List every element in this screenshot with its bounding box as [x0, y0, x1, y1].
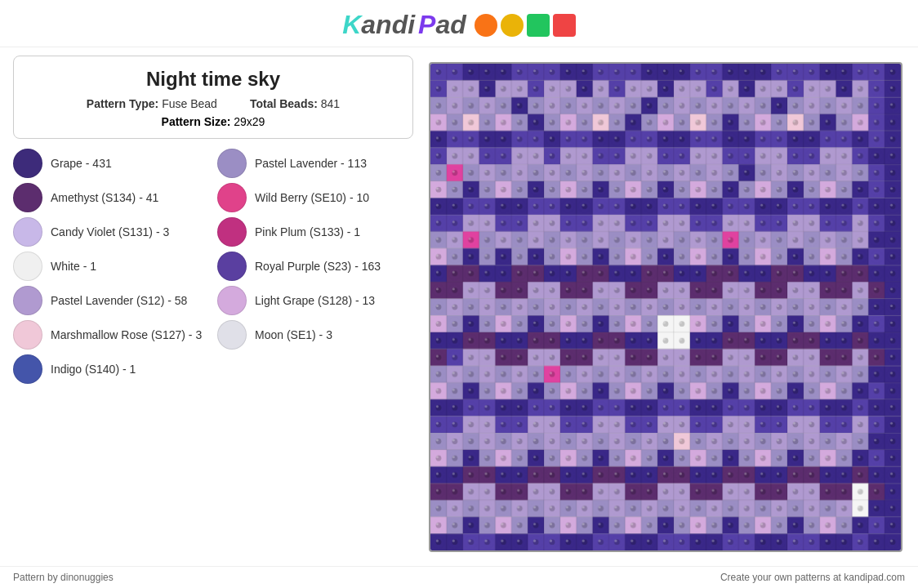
pattern-type: Pattern Type: Fuse Bead — [87, 97, 217, 110]
color-swatch — [13, 286, 42, 315]
color-name: Pastel Lavender (S12) - 58 — [51, 294, 187, 307]
logo-k: K — [342, 10, 361, 40]
total-beads: Total Beads: 841 — [250, 97, 340, 110]
left-panel: Night time sky Pattern Type: Fuse Bead T… — [13, 56, 413, 558]
color-item: White - 1 — [13, 252, 209, 281]
color-item: Light Grape (S128) - 13 — [217, 286, 413, 315]
color-name: Grape - 431 — [51, 157, 112, 170]
color-name: Light Grape (S128) - 13 — [255, 294, 375, 307]
logo-icon-yellow — [501, 14, 524, 37]
color-swatch — [217, 286, 247, 315]
pattern-title: Night time sky — [30, 68, 396, 91]
info-row: Pattern Type: Fuse Bead Total Beads: 841 — [30, 97, 396, 110]
color-item: Amethyst (S134) - 41 — [13, 183, 209, 212]
bead-pattern-container — [429, 62, 902, 552]
color-item: Wild Berry (SE10) - 10 — [217, 183, 413, 212]
color-swatch — [13, 149, 42, 178]
color-item: Pastel Lavender (S12) - 58 — [13, 286, 209, 315]
main-layout: Night time sky Pattern Type: Fuse Bead T… — [0, 47, 918, 566]
logo-andi: andi — [361, 10, 415, 40]
color-item: Pink Plum (S133) - 1 — [217, 217, 413, 247]
pattern-size-label: Pattern Size: — [162, 115, 231, 128]
color-swatch — [217, 320, 247, 350]
color-name: Pink Plum (S133) - 1 — [255, 225, 360, 238]
total-beads-label: Total Beads: — [250, 97, 318, 110]
color-item: Candy Violet (S131) - 3 — [13, 217, 209, 247]
logo-p: P — [418, 10, 435, 40]
color-item: Pastel Lavender - 113 — [217, 149, 413, 178]
logo-icon-red — [553, 14, 576, 37]
color-swatch — [13, 183, 42, 212]
color-name: Amethyst (S134) - 41 — [51, 191, 158, 204]
color-name: White - 1 — [51, 260, 96, 273]
right-panel — [426, 56, 905, 558]
color-list: Grape - 431Pastel Lavender - 113Amethyst… — [13, 145, 413, 387]
color-item: Moon (SE1) - 3 — [217, 320, 413, 350]
color-swatch — [217, 217, 247, 247]
color-swatch — [217, 183, 247, 212]
color-name: Wild Berry (SE10) - 10 — [255, 191, 369, 204]
total-beads-value: 841 — [321, 97, 340, 110]
color-name: Indigo (S140) - 1 — [51, 363, 136, 376]
color-swatch — [13, 252, 42, 281]
footer-cta: Create your own patterns at kandipad.com — [720, 572, 905, 583]
color-item: Marshmallow Rose (S127) - 3 — [13, 320, 209, 350]
color-name: Pastel Lavender - 113 — [255, 157, 367, 170]
color-item: Grape - 431 — [13, 149, 209, 178]
color-item: Royal Purple (S23) - 163 — [217, 252, 413, 281]
logo: K andi P ad — [342, 10, 576, 40]
bead-canvas — [430, 64, 901, 550]
color-name: Royal Purple (S23) - 163 — [255, 260, 381, 273]
footer-author: Pattern by dinonuggies — [13, 572, 114, 583]
color-swatch — [13, 320, 42, 350]
color-name: Candy Violet (S131) - 3 — [51, 225, 169, 238]
header: K andi P ad — [0, 0, 918, 47]
color-name: Marshmallow Rose (S127) - 3 — [51, 328, 202, 341]
color-swatch — [13, 354, 42, 384]
logo-icon-green — [527, 14, 550, 37]
color-swatch — [217, 149, 247, 178]
logo-icon-orange — [475, 14, 497, 37]
pattern-size-value: 29x29 — [234, 115, 265, 128]
logo-icons — [475, 14, 576, 37]
info-card: Night time sky Pattern Type: Fuse Bead T… — [13, 56, 413, 139]
color-name: Moon (SE1) - 3 — [255, 328, 332, 341]
color-item: Indigo (S140) - 1 — [13, 354, 209, 384]
pattern-type-label: Pattern Type: — [87, 97, 158, 110]
pattern-size-row: Pattern Size: 29x29 — [30, 115, 396, 128]
footer: Pattern by dinonuggies Create your own p… — [0, 566, 918, 588]
pattern-by-label: Pattern by — [13, 572, 58, 583]
author-name: dinonuggies — [60, 572, 114, 583]
color-swatch — [217, 252, 247, 281]
color-swatch — [13, 217, 42, 247]
pattern-type-value: Fuse Bead — [162, 97, 217, 110]
logo-ad: ad — [435, 10, 466, 40]
